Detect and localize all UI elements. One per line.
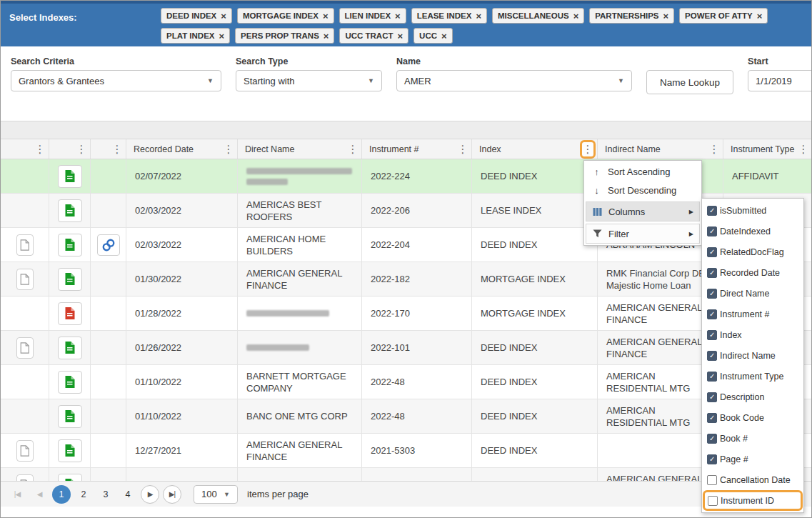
previous-page-button[interactable]: ◀	[30, 485, 49, 504]
checkbox-icon[interactable]	[707, 330, 717, 340]
related-link-button[interactable]	[97, 234, 120, 256]
document-green-button[interactable]	[58, 199, 82, 222]
table-row[interactable]: 01/10/2022BARNETT MORTGAGE COMPANY2022-4…	[1, 365, 811, 399]
column-toggle-description[interactable]: Description	[702, 387, 803, 407]
cell-related-doc	[91, 434, 126, 467]
document-outline-button[interactable]	[16, 337, 34, 359]
remove-chip-icon[interactable]: ×	[663, 11, 668, 21]
menu-item-columns[interactable]: Columns▶	[586, 201, 700, 221]
checkbox-icon[interactable]	[707, 372, 717, 382]
column-toggle-book-code[interactable]: Book Code	[702, 407, 803, 428]
checkbox-icon[interactable]	[707, 268, 717, 278]
column-menu-icon[interactable]: ⋮	[222, 141, 235, 157]
checkbox-icon[interactable]	[707, 392, 717, 402]
cell-related-doc	[91, 468, 126, 481]
checkbox-icon[interactable]	[708, 496, 718, 506]
column-menu-icon[interactable]: ⋮	[111, 141, 124, 157]
remove-chip-icon[interactable]: ×	[757, 11, 763, 21]
next-page-button[interactable]: ▶	[141, 485, 159, 504]
column-toggle-book[interactable]: Book #	[702, 428, 803, 449]
table-row[interactable]: 01/28/20222022-170MORTGAGE INDEXAMERICAN…	[1, 297, 811, 331]
checkbox-icon[interactable]	[707, 454, 717, 464]
document-green-button[interactable]	[58, 234, 82, 256]
column-toggle-index[interactable]: Index	[702, 324, 803, 345]
checkbox-icon[interactable]	[707, 206, 717, 216]
document-green-button[interactable]	[58, 439, 82, 462]
column-toggle-page[interactable]: Page #	[702, 449, 803, 469]
checkbox-icon[interactable]	[707, 413, 717, 423]
column-menu-icon[interactable]: ⋮	[456, 141, 469, 157]
column-menu-icon[interactable]: ⋮	[75, 141, 88, 157]
menu-item-sort-descending[interactable]: ↓Sort Descending	[586, 181, 700, 199]
page-size-select[interactable]: 100▼	[194, 485, 238, 504]
checkbox-icon[interactable]	[707, 475, 717, 485]
column-toggle-issubmitted[interactable]: isSubmitted	[702, 200, 803, 221]
column-toggle-cancellation-date[interactable]: Cancellation Date	[702, 469, 803, 490]
checkbox-icon[interactable]	[707, 247, 717, 257]
table-row[interactable]: 01/30/2022AMERICAN GENERAL FINANCE2022-1…	[1, 262, 811, 297]
page-4-button[interactable]: 4	[119, 485, 137, 504]
cell-document-view	[49, 159, 91, 193]
menu-item-filter[interactable]: Filter▶	[586, 224, 700, 244]
last-page-button[interactable]: ▶|	[163, 485, 181, 504]
column-toggle-instrument[interactable]: Instrument #	[702, 304, 803, 324]
chevron-down-icon: ▼	[207, 77, 214, 84]
table-row[interactable]: 01/26/20222022-101DEED INDEXAMERICAN GEN…	[1, 331, 811, 365]
remove-chip-icon[interactable]: ×	[476, 11, 481, 21]
document-green-button[interactable]	[58, 474, 82, 482]
menu-item-sort-ascending[interactable]: ↑Sort Ascending	[586, 162, 700, 181]
document-green-button[interactable]	[58, 405, 82, 428]
start-date-input[interactable]	[748, 70, 812, 91]
column-toggle-instrument-type[interactable]: Instrument Type	[702, 366, 803, 387]
column-toggle-recorded-date[interactable]: Recorded Date	[702, 262, 803, 283]
document-outline-button[interactable]	[16, 474, 34, 482]
document-outline-button[interactable]	[16, 269, 34, 290]
search-type-select[interactable]: Starting with ▼	[236, 70, 382, 91]
document-outline-button[interactable]	[16, 440, 34, 462]
page-2-button[interactable]: 2	[74, 485, 93, 504]
index-chip: UCC TRACT×	[339, 28, 408, 44]
document-green-button[interactable]	[58, 268, 82, 291]
menu-item-label: Sort Descending	[608, 185, 676, 196]
remove-chip-icon[interactable]: ×	[219, 31, 225, 41]
document-green-button[interactable]	[58, 165, 82, 188]
page-3-button[interactable]: 3	[96, 485, 115, 504]
column-menu-icon-active[interactable]: ⋮	[580, 140, 596, 159]
column-toggle-indirect-name[interactable]: Indirect Name	[702, 345, 803, 366]
column-toggle-relateddocflag[interactable]: RelatedDocFlag	[702, 241, 803, 262]
column-header-indirect-name: Indirect Name⋮	[598, 139, 723, 159]
name-combobox[interactable]: AMER ▼	[396, 70, 632, 91]
checkbox-icon[interactable]	[707, 309, 717, 319]
document-red-button[interactable]	[58, 302, 82, 325]
index-chip: PLAT INDEX×	[161, 28, 230, 44]
remove-chip-icon[interactable]: ×	[573, 11, 579, 21]
table-row[interactable]: AMERICAN GENERAL FINANCE	[1, 468, 811, 481]
document-green-button[interactable]	[58, 337, 82, 359]
search-criteria-select[interactable]: Grantors & Grantees ▼	[11, 70, 221, 91]
remove-chip-icon[interactable]: ×	[441, 31, 447, 41]
checkbox-icon[interactable]	[707, 226, 717, 236]
name-lookup-button[interactable]: Name Lookup	[646, 70, 733, 94]
checkbox-icon[interactable]	[707, 434, 717, 444]
column-menu-icon[interactable]: ⋮	[34, 141, 46, 157]
column-toggle-direct-name[interactable]: Direct Name	[702, 283, 803, 304]
remove-chip-icon[interactable]: ×	[323, 11, 329, 21]
column-menu-icon[interactable]: ⋮	[346, 141, 359, 157]
column-toggle-instrument-id[interactable]: Instrument ID	[703, 490, 803, 511]
remove-chip-icon[interactable]: ×	[324, 31, 329, 41]
page-1-button[interactable]: 1	[52, 485, 71, 504]
column-header-instrument: Instrument #⋮	[362, 139, 472, 159]
table-row[interactable]: 01/10/2022BANC ONE MTG CORP2022-48DEED I…	[1, 399, 811, 434]
remove-chip-icon[interactable]: ×	[395, 11, 401, 21]
document-green-button[interactable]	[58, 371, 82, 394]
checkbox-icon[interactable]	[707, 289, 717, 299]
table-row[interactable]: 12/27/2021AMERICAN GENERAL FINANCE2021-5…	[1, 434, 811, 468]
column-toggle-dateindexed[interactable]: DateIndexed	[702, 221, 803, 241]
column-menu-icon[interactable]: ⋮	[797, 141, 810, 157]
remove-chip-icon[interactable]: ×	[397, 31, 403, 41]
column-menu-icon[interactable]: ⋮	[708, 141, 721, 157]
checkbox-icon[interactable]	[707, 351, 717, 361]
document-outline-button[interactable]	[16, 234, 34, 256]
first-page-button[interactable]: |◀	[8, 485, 26, 504]
remove-chip-icon[interactable]: ×	[221, 11, 226, 21]
